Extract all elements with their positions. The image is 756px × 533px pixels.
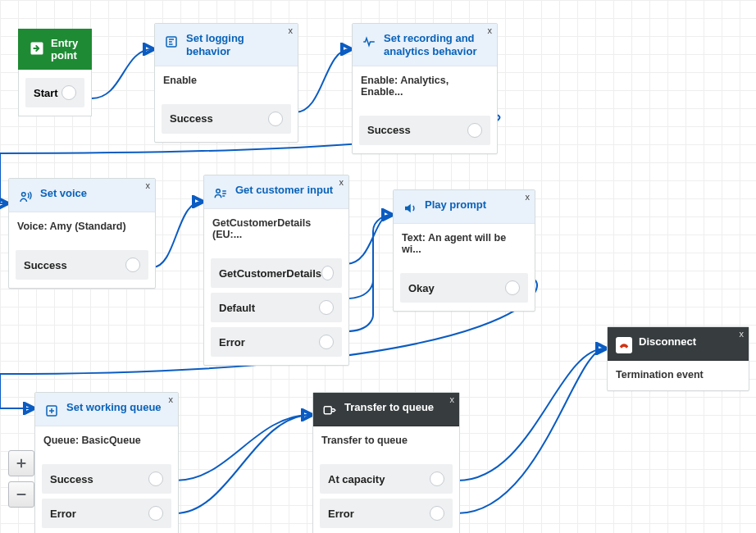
out-start[interactable]: Start (25, 78, 84, 107)
close-icon[interactable]: x (169, 394, 174, 404)
out-okay[interactable]: Okay (400, 273, 528, 303)
node-summary: Text: An agent will be wi... (394, 224, 535, 265)
node-summary: Voice: Amy (Standard) (9, 212, 155, 242)
out-label: Success (367, 124, 411, 136)
node-title: Set voice (40, 187, 87, 200)
transfer-icon (321, 403, 338, 419)
flow-canvas[interactable]: Entry point Start x Set logging behavior… (0, 0, 756, 533)
node-title: Set recording and analytics behavior (384, 32, 487, 59)
node-summary: Transfer to queue (313, 426, 459, 456)
connector-port[interactable] (319, 335, 334, 349)
out-label: Okay (408, 282, 435, 294)
analytics-icon (361, 34, 377, 50)
out-success[interactable]: Success (359, 116, 490, 145)
out-success[interactable]: Success (42, 464, 171, 494)
node-disconnect[interactable]: x Disconnect Termination event (607, 326, 749, 391)
node-summary: Enable: Analytics, Enable... (353, 66, 497, 107)
out-label: Error (328, 508, 354, 520)
connector-port[interactable] (268, 112, 283, 126)
connector-port[interactable] (430, 472, 444, 486)
out-label: GetCustomerDetails (219, 267, 321, 280)
close-icon[interactable]: x (488, 25, 493, 35)
out-default[interactable]: Default (211, 293, 342, 322)
logging-icon (163, 34, 180, 50)
node-set-working-queue[interactable]: x Set working queue Queue: BasicQueue Su… (34, 392, 179, 533)
svg-point-2 (22, 193, 26, 197)
close-icon[interactable]: x (740, 329, 745, 339)
out-success[interactable]: Success (16, 250, 148, 280)
node-get-customer-input[interactable]: x Get customer input GetCustomerDetails … (203, 175, 349, 366)
close-icon[interactable]: x (289, 25, 294, 35)
node-title: Play prompt (425, 198, 486, 212)
node-title: Entry point (51, 37, 80, 61)
entry-icon (30, 41, 44, 58)
connector-port[interactable] (319, 300, 334, 315)
customer-input-icon (212, 185, 229, 202)
out-success[interactable]: Success (162, 104, 291, 134)
node-summary: GetCustomerDetails (EU:... (204, 209, 348, 250)
connector-port[interactable] (125, 257, 140, 272)
zoom-controls (8, 450, 34, 508)
out-label: Start (34, 87, 58, 99)
node-title: Disconnect (639, 335, 696, 348)
connector-port[interactable] (430, 506, 444, 521)
node-summary: Queue: BasicQueue (35, 426, 178, 456)
connector-port[interactable] (148, 472, 163, 486)
out-label: Error (50, 508, 76, 520)
node-title: Transfer to queue (344, 401, 434, 414)
connector-port[interactable] (467, 123, 482, 138)
svg-point-3 (216, 189, 221, 194)
svg-rect-5 (324, 407, 331, 414)
node-title: Get customer input (235, 184, 333, 197)
disconnect-icon (616, 337, 632, 353)
node-title: Set working queue (66, 401, 162, 414)
connector-port[interactable] (505, 280, 520, 295)
connector-port[interactable] (148, 506, 163, 521)
out-label: Default (219, 302, 255, 314)
node-set-voice[interactable]: x Set voice Voice: Amy (Standard) Succes… (8, 178, 156, 289)
node-summary: Termination event (608, 361, 749, 390)
node-play-prompt[interactable]: x Play prompt Text: An agent will be wi.… (393, 189, 535, 312)
connector-port[interactable] (321, 266, 334, 280)
zoom-in-button[interactable] (8, 450, 34, 476)
node-entry-point[interactable]: Entry point Start (18, 29, 92, 116)
node-title: Set logging behavior (186, 32, 288, 59)
out-label: Success (170, 112, 213, 125)
zoom-out-button[interactable] (8, 481, 34, 508)
out-label: Success (50, 473, 93, 485)
node-summary: Enable (155, 66, 298, 96)
close-icon[interactable]: x (146, 180, 151, 190)
out-getcustomerdetails[interactable]: GetCustomerDetails (211, 258, 342, 288)
out-error[interactable]: Error (320, 499, 453, 528)
node-set-logging-behavior[interactable]: x Set logging behavior Enable Success (154, 23, 298, 143)
node-set-recording-analytics[interactable]: x Set recording and analytics behavior E… (352, 23, 498, 154)
node-transfer-to-queue[interactable]: x Transfer to queue Transfer to queue At… (312, 392, 460, 533)
voice-icon (17, 189, 34, 205)
close-icon[interactable]: x (526, 192, 531, 202)
connector-port[interactable] (61, 85, 76, 100)
play-prompt-icon (402, 200, 418, 216)
out-label: Success (24, 259, 67, 271)
queue-icon (43, 403, 60, 419)
out-label: At capacity (328, 473, 385, 485)
out-at-capacity[interactable]: At capacity (320, 464, 453, 494)
out-label: Error (219, 336, 245, 348)
close-icon[interactable]: x (339, 177, 344, 187)
out-error[interactable]: Error (42, 499, 171, 528)
out-error[interactable]: Error (211, 327, 342, 357)
close-icon[interactable]: x (450, 394, 455, 404)
